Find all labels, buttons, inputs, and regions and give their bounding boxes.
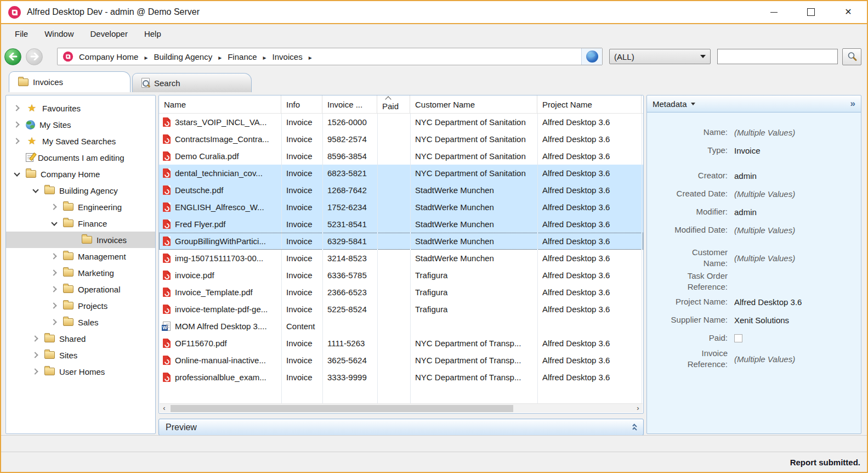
maximize-icon bbox=[807, 8, 815, 16]
search-icon bbox=[847, 51, 858, 62]
expander-expanded-icon[interactable] bbox=[48, 219, 61, 228]
table-row[interactable]: dental_technician_cov... Invoice 6823-58… bbox=[159, 165, 643, 182]
tree-item-projects[interactable]: Projects bbox=[6, 297, 155, 314]
breadcrumb-item[interactable]: Building Agency bbox=[152, 52, 226, 61]
expand-panel-icon[interactable]: » bbox=[850, 98, 855, 109]
tree-item-favourites[interactable]: Favourites bbox=[6, 100, 155, 116]
cell-customer-name: Trafigura bbox=[410, 288, 537, 297]
search-input[interactable] bbox=[717, 49, 838, 64]
folder-icon bbox=[44, 187, 55, 194]
collapse-up-icon[interactable] bbox=[633, 424, 637, 431]
tree-item-sales[interactable]: Sales bbox=[6, 314, 155, 330]
menu-item-developer[interactable]: Developer bbox=[82, 24, 136, 44]
tree-item-finance[interactable]: Finance bbox=[6, 215, 155, 232]
expander-collapsed-icon[interactable] bbox=[48, 301, 61, 310]
tree-item-user-homes[interactable]: User Homes bbox=[6, 363, 155, 380]
search-scope-dropdown[interactable]: (ALL) bbox=[609, 49, 711, 64]
search-button[interactable] bbox=[842, 48, 861, 65]
expander-collapsed-icon[interactable] bbox=[48, 252, 61, 261]
column-header-name[interactable]: Name bbox=[159, 95, 281, 113]
expander-collapsed-icon[interactable] bbox=[29, 334, 42, 343]
folder-icon bbox=[44, 335, 55, 342]
cell-customer-name: NYC Department of Sanitation bbox=[410, 134, 537, 144]
folder-icon bbox=[63, 285, 73, 293]
expander-collapsed-icon[interactable] bbox=[10, 137, 24, 145]
table-row[interactable]: invoice-template-pdf-ge... Invoice 5225-… bbox=[159, 301, 643, 318]
maximize-button[interactable] bbox=[792, 1, 830, 23]
tree-item-my-saved-searches[interactable]: My Saved Searches bbox=[6, 133, 155, 149]
cell-info: Invoice bbox=[281, 202, 322, 212]
back-button[interactable] bbox=[4, 48, 21, 65]
paid-checkbox[interactable] bbox=[734, 334, 742, 342]
menu-item-file[interactable]: File bbox=[7, 24, 36, 44]
minimize-button[interactable] bbox=[755, 1, 792, 23]
folder-icon bbox=[63, 252, 73, 260]
close-button[interactable]: ✕ bbox=[830, 1, 867, 23]
table-row[interactable]: professionalblue_exam... Invoice 3333-99… bbox=[159, 369, 643, 386]
tree-item-invoices[interactable]: Invoices bbox=[6, 232, 155, 248]
column-header-info[interactable]: Info bbox=[281, 95, 322, 113]
column-header-customer-name[interactable]: Customer Name bbox=[410, 95, 537, 113]
forward-button[interactable] bbox=[26, 48, 43, 65]
table-row[interactable]: Invoice_Template.pdf Invoice 2366-6523 T… bbox=[159, 284, 643, 301]
expander-collapsed-icon[interactable] bbox=[29, 351, 42, 359]
table-row[interactable]: GroupBillingWithPartici... Invoice 6329-… bbox=[159, 233, 643, 250]
table-row[interactable]: Fred Flyer.pdf Invoice 5231-8541 StadtWe… bbox=[159, 216, 643, 233]
breadcrumb-item[interactable]: Company Home bbox=[78, 52, 152, 61]
tab-invoices[interactable]: Invoices bbox=[9, 71, 131, 92]
table-row[interactable]: MOM Alfred Desktop 3.... Content bbox=[159, 318, 643, 335]
column-header-paid[interactable]: Paid bbox=[377, 95, 410, 113]
expander-collapsed-icon[interactable] bbox=[10, 120, 24, 129]
tab-search[interactable]: Search bbox=[132, 73, 252, 92]
tree-item-engineering[interactable]: Engineering bbox=[6, 199, 155, 215]
breadcrumb-item[interactable]: Invoices bbox=[271, 52, 317, 61]
pdf-file-icon bbox=[163, 117, 171, 127]
expander-collapsed-icon[interactable] bbox=[48, 268, 61, 277]
tree-item-marketing[interactable]: Marketing bbox=[6, 264, 155, 281]
expander-collapsed-icon[interactable] bbox=[29, 367, 42, 376]
expander-collapsed-icon[interactable] bbox=[48, 202, 61, 211]
menu-item-window[interactable]: Window bbox=[36, 24, 82, 44]
scroll-left-icon[interactable]: ‹ bbox=[160, 404, 169, 413]
tree-item-my-sites[interactable]: My Sites bbox=[6, 116, 155, 133]
table-row[interactable]: invoice.pdf Invoice 6336-5785 Trafigura … bbox=[159, 267, 643, 284]
horizontal-scrollbar[interactable]: ‹ › bbox=[160, 403, 643, 413]
expander-collapsed-icon[interactable] bbox=[48, 285, 61, 294]
preview-toggle-bar[interactable]: Preview bbox=[158, 419, 644, 436]
browse-online-button[interactable] bbox=[581, 48, 602, 65]
tree-item-label: Favourites bbox=[42, 104, 81, 113]
menu-item-help[interactable]: Help bbox=[136, 24, 169, 44]
expander-collapsed-icon[interactable] bbox=[10, 104, 24, 112]
breadcrumb-item[interactable]: Finance bbox=[226, 52, 271, 61]
expander-expanded-icon[interactable] bbox=[10, 170, 24, 178]
expander-placeholder[interactable] bbox=[10, 153, 24, 162]
scroll-right-icon[interactable]: › bbox=[633, 404, 643, 413]
column-header-project-name[interactable]: Project Name bbox=[537, 95, 642, 113]
table-row[interactable]: img-150715111703-00... Invoice 3214-8523… bbox=[159, 250, 643, 267]
metadata-header[interactable]: Metadata » bbox=[647, 95, 861, 112]
metadata-field-value: (Multiple Values) bbox=[734, 254, 795, 263]
column-header-invoice[interactable]: Invoice ... bbox=[322, 95, 377, 113]
tree-item-management[interactable]: Management bbox=[6, 248, 155, 264]
tree-item-operational[interactable]: Operational bbox=[6, 281, 155, 297]
table-row[interactable]: Online-manual-inactive... Invoice 3625-5… bbox=[159, 352, 643, 369]
folder-icon bbox=[18, 78, 29, 86]
tree-item-documents-i-am-editing[interactable]: Documents I am editing bbox=[6, 149, 155, 166]
cell-project-name: Alfred Desktop 3.6 bbox=[537, 117, 642, 127]
expander-expanded-icon[interactable] bbox=[29, 186, 42, 195]
expander-collapsed-icon[interactable] bbox=[48, 318, 61, 326]
tree-item-company-home[interactable]: Company Home bbox=[6, 166, 155, 182]
table-row[interactable]: ENGLISH_Alfresco_W... Invoice 1752-6234 … bbox=[159, 199, 643, 216]
cell-customer-name: NYC Department of Transp... bbox=[410, 339, 537, 348]
table-row[interactable]: 3stars_VOIP_INCL_VA... Invoice 1526-0000… bbox=[159, 114, 643, 131]
tree-item-building-agency[interactable]: Building Agency bbox=[6, 182, 155, 199]
table-row[interactable]: OF115670.pdf Invoice 1111-5263 NYC Depar… bbox=[159, 335, 643, 352]
scrollbar-thumb[interactable] bbox=[171, 405, 513, 412]
table-row[interactable]: ContractsImage_Contra... Invoice 9582-25… bbox=[159, 131, 643, 148]
table-row[interactable]: Deutsche.pdf Invoice 1268-7642 StadtWerk… bbox=[159, 182, 643, 199]
table-row[interactable]: Demo Curalia.pdf Invoice 8596-3854 NYC D… bbox=[159, 148, 643, 165]
pdf-file-icon bbox=[163, 339, 171, 348]
tree-item-shared[interactable]: Shared bbox=[6, 330, 155, 347]
expander-placeholder[interactable] bbox=[66, 235, 80, 244]
tree-item-sites[interactable]: Sites bbox=[6, 347, 155, 363]
